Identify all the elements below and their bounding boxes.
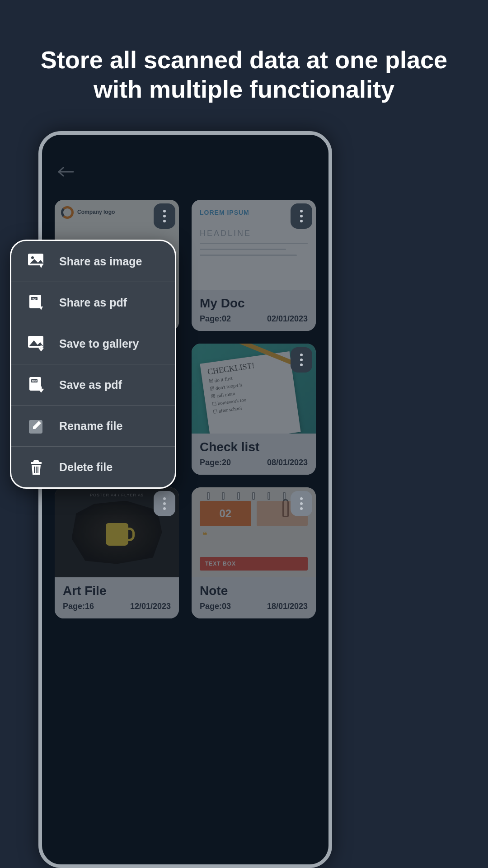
card-page-count: Page:16 [63,602,94,611]
thumb-label: HEADLINE [200,229,308,238]
svg-rect-3 [29,295,41,308]
document-card[interactable]: 02 ❝ TEXT BOX Note Page:03 18/01/2023 [192,487,316,618]
menu-delete[interactable]: Delete file [11,447,175,487]
menu-share-image[interactable]: Share as image [11,241,175,282]
image-download-icon [27,334,46,353]
menu-save-gallery[interactable]: Save to gallery [11,323,175,364]
svg-rect-7 [29,377,41,391]
pdf-share-icon: PDF [27,293,46,312]
menu-item-label: Share as image [59,255,142,268]
menu-share-pdf[interactable]: PDF Share as pdf [11,282,175,323]
card-more-button[interactable] [154,491,175,516]
card-title: My Doc [200,296,308,311]
arrow-left-icon [57,166,75,177]
svg-text:PDF: PDF [32,380,37,382]
menu-item-label: Delete file [59,461,113,474]
pdf-download-icon: PDF [27,375,46,394]
more-vertical-icon [300,210,303,222]
thumb-label: POSTER A4 / FLYER A5 [90,493,144,497]
card-title: Note [200,584,308,598]
trash-icon [27,458,46,476]
document-card[interactable]: LOREM IPSUM HEADLINE My Doc Page:02 02/0… [192,200,316,331]
menu-item-label: Save as pdf [59,378,122,392]
more-vertical-icon [163,497,166,510]
menu-item-label: Rename file [59,420,122,433]
card-page-count: Page:20 [200,458,231,467]
image-share-icon [27,252,46,271]
card-more-button[interactable] [291,491,312,516]
svg-rect-1 [28,254,43,265]
card-date: 18/01/2023 [267,602,308,611]
menu-save-pdf[interactable]: PDF Save as pdf [11,364,175,406]
more-vertical-icon [300,354,303,366]
card-date: 02/01/2023 [267,314,308,324]
context-menu: Share as image PDF Share as pdf Save to … [10,240,176,489]
more-vertical-icon [300,497,303,510]
more-vertical-icon [163,210,166,222]
card-page-count: Page:02 [200,314,231,324]
card-more-button[interactable] [154,203,175,229]
card-page-count: Page:03 [200,602,231,611]
promo-headline: Store all scanned data at one place with… [0,0,488,104]
card-date: 08/01/2023 [267,458,308,467]
menu-item-label: Share as pdf [59,296,127,309]
thumb-label: TEXT BOX [200,557,308,571]
svg-text:PDF: PDF [32,297,37,300]
menu-item-label: Save to gallery [59,337,139,350]
card-title: Check list [200,440,308,454]
card-more-button[interactable] [291,203,312,229]
menu-rename[interactable]: Rename file [11,406,175,447]
card-date: 12/01/2023 [130,602,171,611]
document-card[interactable]: CHECKLIST! ☒ do it first ☒ don't forget … [192,344,316,475]
card-more-button[interactable] [291,347,312,373]
back-button[interactable] [57,166,316,177]
card-title: Art File [63,584,171,598]
svg-point-2 [31,256,34,259]
edit-icon [27,416,46,435]
thumb-company-label: Company logo [77,209,115,215]
document-card[interactable]: POSTER A4 / FLYER A5 Art File Page:16 12… [55,487,179,618]
